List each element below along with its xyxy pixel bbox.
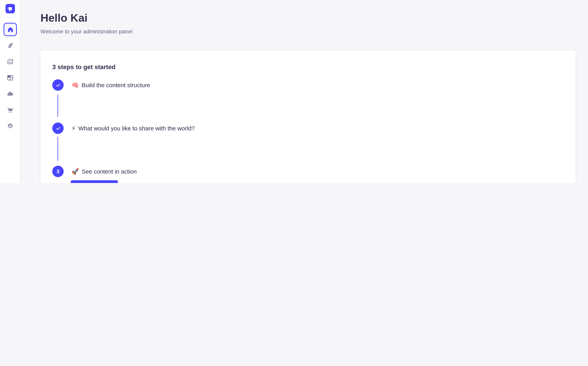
strapi-admin-app: KD Hello Kai Welcome to your administrat… bbox=[0, 0, 588, 183]
guided-tour-title: 3 steps to get started bbox=[52, 64, 116, 71]
step-2-label: ⚡What would you like to share with the w… bbox=[71, 122, 195, 134]
sidebar-item-cloud[interactable] bbox=[4, 87, 17, 100]
cart-icon bbox=[7, 107, 14, 114]
strapi-logo-icon bbox=[6, 4, 15, 13]
home-icon bbox=[7, 26, 14, 33]
step-3-number: 3 bbox=[57, 168, 59, 174]
gear-icon bbox=[7, 122, 14, 130]
main-content: Hello Kai Welcome to your administration… bbox=[20, 0, 588, 183]
step-3-number-circle: 3 bbox=[52, 166, 64, 177]
cloud-icon bbox=[7, 90, 14, 97]
sidebar-item-home[interactable] bbox=[4, 23, 17, 36]
check-icon bbox=[55, 82, 61, 88]
step-3-label: 🚀See content in action bbox=[71, 166, 137, 177]
guided-tour-card: 3 steps to get started 🧠Build the conten… bbox=[40, 51, 576, 183]
sidebar-item-content-type-builder[interactable] bbox=[4, 71, 17, 84]
sidebar: KD bbox=[0, 0, 20, 183]
step-1-check-circle bbox=[52, 79, 64, 91]
sidebar-item-marketplace[interactable] bbox=[4, 104, 17, 117]
page-subtitle: Welcome to your administration panel bbox=[40, 28, 132, 35]
strapi-logo[interactable] bbox=[6, 4, 15, 13]
check-icon bbox=[55, 125, 61, 131]
step-3-emoji: 🚀 bbox=[71, 168, 79, 175]
layout-icon bbox=[7, 74, 14, 81]
sidebar-top-divider bbox=[0, 17, 20, 18]
feather-icon bbox=[7, 42, 14, 49]
step-2-emoji: ⚡ bbox=[71, 125, 76, 132]
sidebar-item-media-library[interactable] bbox=[4, 55, 17, 68]
images-icon bbox=[7, 58, 14, 65]
step-connector-1 bbox=[57, 94, 58, 117]
test-api-button[interactable]: Test the API bbox=[71, 180, 118, 183]
step-1-emoji: 🧠 bbox=[71, 82, 79, 89]
sidebar-item-content-manager[interactable] bbox=[4, 39, 17, 52]
sidebar-item-settings[interactable] bbox=[4, 119, 17, 133]
step-connector-2 bbox=[57, 137, 58, 161]
step-1-label: 🧠Build the content structure bbox=[71, 79, 150, 91]
page-title: Hello Kai bbox=[40, 12, 88, 24]
step-2-check-circle bbox=[52, 122, 64, 134]
